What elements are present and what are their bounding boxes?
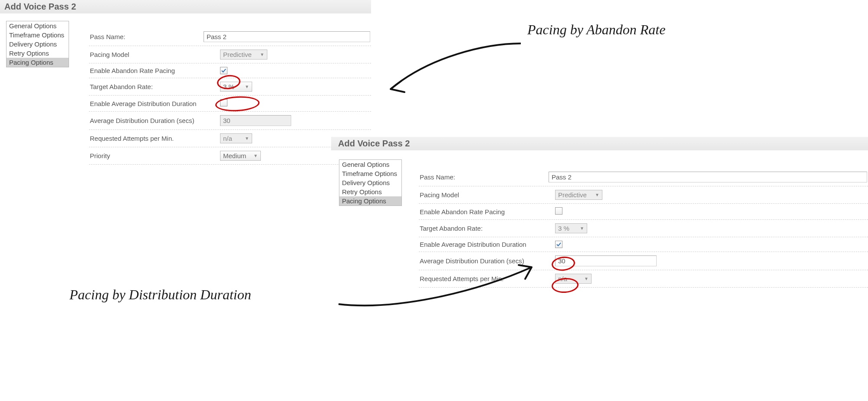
annotation-abandon: Pacing by Abandon Rate [527, 22, 665, 38]
dist-enable-checkbox[interactable] [220, 99, 227, 106]
req-attempts-value: n/a [558, 275, 567, 282]
pacing-model-value: Predictive [223, 51, 252, 58]
dialog-distribution-pacing: Add Voice Pass 2 General Options Timefra… [331, 137, 868, 150]
pacing-model-select[interactable]: Predictive ▼ [555, 190, 602, 200]
dialog-title: Add Voice Pass 2 [331, 137, 868, 150]
sidebar-item-label: Pacing Options [9, 59, 53, 66]
sidebar-item-pacing[interactable]: Pacing Options [7, 58, 69, 67]
sidebar-item-label: General Options [9, 22, 56, 30]
caret-down-icon: ▼ [576, 226, 584, 231]
dist-enable-label: Enable Average Distribution Duration [420, 241, 555, 248]
caret-down-icon: ▼ [241, 136, 249, 141]
caret-down-icon: ▼ [256, 52, 264, 57]
req-attempts-select[interactable]: n/a ▼ [555, 274, 592, 284]
sidebar-item-label: General Options [342, 161, 389, 168]
abandon-target-label: Target Abandon Rate: [90, 83, 220, 90]
sidebar-item-label: Timeframe Options [342, 170, 397, 177]
sidebar-item-delivery[interactable]: Delivery Options [7, 40, 69, 49]
sidebar-item-label: Retry Options [9, 50, 49, 57]
sidebar-item-label: Delivery Options [9, 40, 57, 48]
pass-name-input[interactable] [549, 172, 867, 182]
pass-name-label: Pass Name: [90, 33, 204, 40]
priority-label: Priority [90, 152, 220, 159]
pacing-model-label: Pacing Model [420, 191, 555, 199]
sidebar-item-delivery[interactable]: Delivery Options [339, 178, 401, 187]
req-attempts-label: Requested Attempts per Min. [420, 275, 555, 282]
abandon-target-select[interactable]: 3 % ▼ [555, 223, 587, 233]
dist-dur-label: Average Distribution Duration (secs) [420, 257, 555, 265]
caret-down-icon: ▼ [241, 84, 249, 89]
sidebar: General Options Timeframe Options Delive… [6, 21, 69, 67]
sidebar-item-label: Timeframe Options [9, 31, 64, 39]
caret-down-icon: ▼ [250, 153, 258, 158]
abandon-enable-label: Enable Abandon Rate Pacing [420, 208, 555, 215]
abandon-target-label: Target Abandon Rate: [420, 225, 555, 232]
check-icon [221, 68, 226, 73]
priority-select[interactable]: Medium ▼ [220, 151, 261, 161]
abandon-target-value: 3 % [558, 225, 569, 232]
dist-dur-input[interactable] [220, 115, 291, 126]
dist-dur-label: Average Distribution Duration (secs) [90, 117, 220, 124]
abandon-target-select[interactable]: 3 % ▼ [220, 82, 252, 92]
sidebar-item-timeframe[interactable]: Timeframe Options [339, 169, 401, 178]
req-attempts-value: n/a [223, 135, 232, 142]
sidebar-item-general[interactable]: General Options [7, 21, 69, 30]
annotation-distribution: Pacing by Distribution Duration [69, 287, 251, 303]
arrow-icon [378, 39, 525, 104]
sidebar-item-pacing[interactable]: Pacing Options [339, 196, 401, 205]
sidebar-item-label: Delivery Options [342, 179, 390, 186]
abandon-enable-checkbox[interactable] [220, 67, 227, 74]
pass-name-label: Pass Name: [420, 173, 549, 181]
form-area: Pass Name: Pacing Model Predictive ▼ Ena… [419, 168, 868, 288]
priority-value: Medium [223, 152, 246, 159]
pacing-model-select[interactable]: Predictive ▼ [220, 50, 267, 60]
sidebar-item-retry[interactable]: Retry Options [7, 49, 69, 58]
abandon-enable-checkbox[interactable] [555, 207, 562, 215]
pacing-model-value: Predictive [558, 191, 587, 199]
check-icon [556, 242, 561, 247]
form-area: Pass Name: Pacing Model Predictive ▼ Ena… [89, 28, 371, 165]
dialog-abandon-pacing: Add Voice Pass 2 General Options Timefra… [0, 0, 371, 13]
caret-down-icon: ▼ [592, 192, 599, 197]
pass-name-input[interactable] [204, 31, 370, 42]
sidebar-item-label: Retry Options [342, 188, 382, 196]
sidebar-item-retry[interactable]: Retry Options [339, 187, 401, 196]
dist-enable-checkbox[interactable] [555, 241, 562, 248]
dist-dur-input[interactable] [555, 255, 657, 266]
dist-enable-label: Enable Average Distribution Duration [90, 100, 220, 107]
req-attempts-select[interactable]: n/a ▼ [220, 133, 252, 143]
caret-down-icon: ▼ [581, 276, 589, 281]
pacing-model-label: Pacing Model [90, 51, 220, 58]
abandon-enable-label: Enable Abandon Rate Pacing [90, 67, 220, 74]
sidebar-item-timeframe[interactable]: Timeframe Options [7, 30, 69, 40]
sidebar: General Options Timeframe Options Delive… [339, 159, 402, 206]
req-attempts-label: Requested Attempts per Min. [90, 135, 220, 142]
sidebar-item-general[interactable]: General Options [339, 160, 401, 169]
sidebar-item-label: Pacing Options [342, 197, 386, 205]
dialog-title: Add Voice Pass 2 [0, 0, 371, 13]
abandon-target-value: 3 % [223, 83, 234, 90]
